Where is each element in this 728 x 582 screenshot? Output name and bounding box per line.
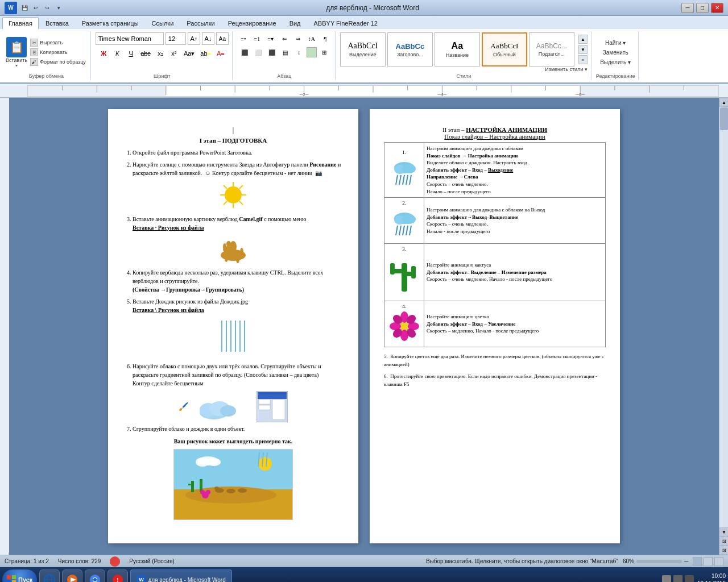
tab-view[interactable]: Вид xyxy=(283,17,307,29)
taskbar-ie-btn[interactable] xyxy=(39,569,60,582)
page1-steps-2: Вставьте анимационную картинку верблюд C… xyxy=(122,215,344,232)
scroll-track[interactable] xyxy=(719,107,728,527)
font-size-input[interactable] xyxy=(166,32,186,45)
system-clock[interactable]: 10:00 10.11.2015 xyxy=(697,572,726,582)
styles-scroll-down[interactable]: ▼ xyxy=(578,45,588,54)
strikethrough-button[interactable]: abc xyxy=(138,47,153,60)
increase-font-btn[interactable]: A↑ xyxy=(188,32,200,45)
start-button[interactable]: Пуск xyxy=(2,569,37,582)
word-task-label: для верблюд - Microsoft Word xyxy=(148,577,225,583)
taskbar-chrome-btn[interactable] xyxy=(85,569,105,582)
scroll-down-btn[interactable]: ▼ xyxy=(719,527,728,537)
language[interactable]: Русский (Россия) xyxy=(129,558,174,564)
style-subtitle[interactable]: AaBbCc... Подзагол... xyxy=(529,32,574,66)
systray-icon-1[interactable] xyxy=(662,575,671,582)
scroll-page-dn-btn[interactable]: ⊡ xyxy=(719,546,728,555)
subscript-button[interactable]: x₂ xyxy=(154,47,167,60)
justify-btn[interactable]: ▤ xyxy=(279,46,292,59)
superscript-button[interactable]: x² xyxy=(168,47,180,60)
svg-line-83 xyxy=(406,175,408,185)
page-info[interactable]: Страница: 1 из 2 xyxy=(5,558,49,564)
style-selection[interactable]: AaBbCcI Выделение xyxy=(340,32,386,66)
maximize-button[interactable]: □ xyxy=(696,3,709,13)
redo-quick-btn[interactable]: ↪ xyxy=(42,3,52,13)
word-count[interactable]: Число слов: 229 xyxy=(58,558,101,564)
bold-button[interactable]: Ж xyxy=(97,47,110,60)
bullets-button[interactable]: ≡• xyxy=(237,32,250,45)
svg-point-36 xyxy=(230,241,237,252)
increase-indent-btn[interactable]: ⇒ xyxy=(292,32,304,45)
style-title[interactable]: Аа Название xyxy=(435,32,480,66)
tab-references[interactable]: Ссылки xyxy=(146,17,180,29)
vertical-scrollbar[interactable]: ▲ ▼ ⊡ ⊡ xyxy=(719,98,728,555)
find-button[interactable]: Найти ▾ xyxy=(604,39,627,47)
clear-format-btn[interactable]: Aa xyxy=(216,32,229,45)
font-color-btn[interactable]: A▬ xyxy=(214,47,227,60)
more-quick-btn[interactable]: ▾ xyxy=(53,3,64,13)
styles-more-btn[interactable]: ≡ xyxy=(578,55,588,64)
case-button[interactable]: Aa▾ xyxy=(181,47,197,60)
style-heading[interactable]: AaBbCc Заголово... xyxy=(387,32,433,66)
scroll-page-up-btn[interactable]: ⊡ xyxy=(719,537,728,546)
tab-page-layout[interactable]: Разметка страницы xyxy=(76,17,145,29)
sort-button[interactable]: ↕A xyxy=(305,32,318,45)
align-right-btn[interactable]: ⬛ xyxy=(266,46,278,59)
para-row2: ⬛ ⬜ ⬛ ▤ ↕ ⊞ xyxy=(238,46,330,59)
save-quick-btn[interactable]: 💾 xyxy=(19,3,30,13)
tab-abbyy[interactable]: ABBYY FineReader 12 xyxy=(308,17,384,29)
systray-icon-2[interactable] xyxy=(673,575,682,582)
minimize-button[interactable]: ─ xyxy=(681,3,694,13)
systray-icon-3[interactable] xyxy=(685,575,694,582)
align-left-btn[interactable]: ⬛ xyxy=(238,46,251,59)
cut-button[interactable]: ✂ Вырезать xyxy=(29,38,87,47)
zoom-bar[interactable]: 60% ─ xyxy=(623,558,688,564)
view-web-btn[interactable] xyxy=(704,557,713,566)
svg-point-40 xyxy=(236,256,239,263)
select-button[interactable]: Выделить ▾ xyxy=(599,59,632,66)
step-7: Сгруппируйте облако и дождик в один объе… xyxy=(133,425,344,433)
undo-quick-btn[interactable]: ↩ xyxy=(31,3,41,13)
font-name-input[interactable] xyxy=(96,32,164,45)
styles-scroll-up[interactable]: ▲ xyxy=(578,35,588,44)
view-print-btn[interactable] xyxy=(693,557,702,566)
svg-rect-107 xyxy=(7,575,11,579)
show-marks-btn[interactable]: ¶ xyxy=(319,32,332,45)
taskbar-word-window[interactable]: W для верблюд - Microsoft Word xyxy=(130,569,231,582)
align-center-btn[interactable]: ⬜ xyxy=(252,46,264,59)
tab-insert[interactable]: Вставка xyxy=(39,17,75,29)
tab-mailings[interactable]: Рассылки xyxy=(180,17,221,29)
pages-area[interactable]: | I этап – ПОДГОТОВКА Откройте файл прог… xyxy=(9,98,719,555)
zoom-percent[interactable]: 60% xyxy=(623,558,634,564)
copy-button[interactable]: ⎘ Копировать xyxy=(29,48,87,57)
paste-button[interactable]: 📋 Вставить ▾ xyxy=(6,37,27,68)
replace-button[interactable]: Заменить xyxy=(602,49,630,56)
numbering-button[interactable]: ≡1 xyxy=(251,32,263,45)
taskbar-media-btn[interactable] xyxy=(62,569,82,582)
paste-dropdown[interactable]: ▾ xyxy=(15,63,18,68)
change-styles-button[interactable]: Изменить стили ▾ xyxy=(545,66,588,72)
tab-home[interactable]: Главная xyxy=(2,17,39,29)
shading-btn[interactable] xyxy=(307,47,317,57)
decrease-font-btn[interactable]: A↓ xyxy=(202,32,214,45)
format-paint-button[interactable]: 🖌 Формат по образцу xyxy=(29,57,87,66)
zoom-slider[interactable] xyxy=(636,560,682,563)
decrease-indent-btn[interactable]: ⇐ xyxy=(278,32,291,45)
taskbar-unknown-btn[interactable]: ! xyxy=(107,569,128,582)
style-subtitle-label: Подзагол... xyxy=(539,51,565,57)
highlight-color-btn[interactable]: ab▬ xyxy=(198,47,213,60)
scroll-up-btn[interactable]: ▲ xyxy=(719,98,728,107)
anim-cell-1-num: 1. xyxy=(384,143,424,198)
italic-button[interactable]: К xyxy=(111,47,123,60)
multilevel-button[interactable]: ≡▾ xyxy=(264,32,277,45)
spell-check-icon[interactable] xyxy=(110,556,120,567)
zoom-hint[interactable]: Выбор масштаба. Щелкните, чтобы открыть … xyxy=(426,558,618,564)
close-button[interactable]: ✕ xyxy=(711,3,723,13)
word-icon-task: W xyxy=(136,575,146,582)
style-normal[interactable]: AaBbCcI Обычный xyxy=(482,32,527,66)
tab-review[interactable]: Рецензирование xyxy=(222,17,283,29)
view-read-btn[interactable] xyxy=(714,557,723,566)
underline-button[interactable]: Ч xyxy=(125,47,137,60)
scroll-thumb[interactable] xyxy=(720,107,728,130)
borders-btn[interactable]: ⊞ xyxy=(318,46,330,59)
line-spacing-btn[interactable]: ↕ xyxy=(293,46,305,59)
